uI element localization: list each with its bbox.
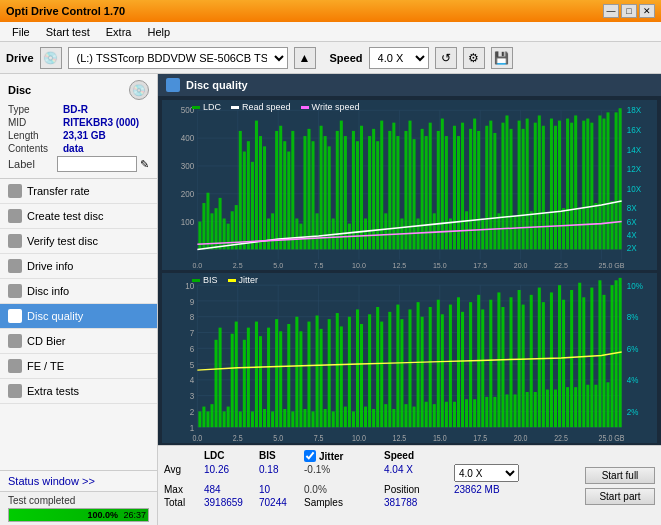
sidebar-item-verify-test-disc[interactable]: Verify test disc: [0, 229, 157, 254]
svg-rect-93: [441, 119, 444, 250]
svg-rect-43: [239, 131, 242, 249]
svg-rect-57: [295, 218, 298, 249]
svg-rect-205: [271, 411, 274, 427]
menu-start-test[interactable]: Start test: [38, 25, 98, 39]
svg-rect-247: [441, 314, 444, 427]
sidebar-item-create-test-disc[interactable]: Create test disc: [0, 204, 157, 229]
svg-rect-49: [263, 146, 266, 249]
eject-button[interactable]: ▲: [294, 47, 316, 69]
col-empty: [164, 450, 204, 462]
svg-text:2X: 2X: [627, 244, 637, 253]
svg-rect-213: [303, 409, 306, 427]
svg-rect-251: [457, 297, 460, 427]
sidebar-item-fe-te[interactable]: FE / TE: [0, 354, 157, 379]
svg-rect-130: [590, 123, 593, 250]
svg-rect-134: [606, 112, 609, 249]
close-button[interactable]: ✕: [639, 4, 655, 18]
svg-rect-206: [275, 319, 278, 427]
svg-rect-77: [376, 141, 379, 249]
disc-label-row: Label ✎: [8, 156, 149, 172]
sidebar-item-drive-info[interactable]: Drive info: [0, 254, 157, 279]
svg-rect-112: [518, 121, 521, 250]
svg-rect-215: [312, 411, 315, 427]
svg-text:14X: 14X: [627, 145, 642, 154]
svg-rect-201: [255, 322, 258, 428]
jitter-checkbox[interactable]: [304, 450, 316, 462]
avg-label: Avg: [164, 464, 204, 482]
svg-rect-202: [259, 336, 262, 427]
menu-bar: File Start test Extra Help: [0, 22, 661, 42]
svg-rect-287: [602, 295, 605, 427]
svg-rect-88: [421, 129, 424, 250]
svg-rect-84: [404, 131, 407, 249]
svg-rect-39: [223, 218, 226, 249]
svg-rect-204: [267, 328, 270, 428]
drive-bar: Drive 💿 (L:) TSSTcorp BDDVDW SE-506CB TS…: [0, 42, 661, 74]
svg-rect-242: [421, 317, 424, 428]
start-full-button[interactable]: Start full: [585, 467, 655, 484]
speed-select[interactable]: 4.0 X: [369, 47, 429, 69]
label-edit-icon[interactable]: ✎: [140, 158, 149, 171]
save-button[interactable]: 💾: [491, 47, 513, 69]
svg-rect-191: [215, 340, 218, 427]
disc-label-input[interactable]: [57, 156, 137, 172]
drive-icon-btn[interactable]: 💿: [40, 47, 62, 69]
svg-rect-189: [206, 411, 209, 427]
svg-text:0.0: 0.0: [192, 262, 202, 270]
menu-extra[interactable]: Extra: [98, 25, 140, 39]
svg-rect-94: [445, 136, 448, 249]
sidebar-item-extra-tests[interactable]: Extra tests: [0, 379, 157, 404]
disc-panel-header: Disc 💿: [8, 80, 149, 100]
svg-rect-223: [344, 407, 347, 428]
minimize-button[interactable]: —: [603, 4, 619, 18]
disc-mid-row: MID RITEKBR3 (000): [8, 117, 149, 128]
svg-text:22.5: 22.5: [554, 262, 568, 270]
disc-mid-label: MID: [8, 117, 63, 128]
svg-rect-61: [312, 141, 315, 249]
svg-rect-209: [287, 324, 290, 427]
svg-rect-59: [303, 136, 306, 249]
col-ldc-header: LDC: [204, 450, 259, 462]
menu-file[interactable]: File: [4, 25, 38, 39]
svg-rect-245: [433, 404, 436, 427]
extra-tests-icon: [8, 384, 22, 398]
sidebar-item-cd-bier[interactable]: CD Bier: [0, 329, 157, 354]
disc-type-value: BD-R: [63, 104, 88, 115]
svg-rect-103: [481, 218, 484, 249]
sidebar-item-label: Transfer rate: [27, 185, 90, 197]
avg-speed-select[interactable]: 4.0 X: [454, 464, 519, 482]
svg-rect-269: [530, 295, 533, 427]
svg-rect-62: [316, 213, 319, 249]
disc-label-label: Label: [8, 158, 54, 170]
disc-mid-value: RITEKBR3 (000): [63, 117, 139, 128]
progress-area: Test completed 100.0% 26:37: [0, 491, 157, 525]
svg-rect-285: [594, 385, 597, 428]
sidebar-item-transfer-rate[interactable]: Transfer rate: [0, 179, 157, 204]
samples-label: Samples: [304, 497, 384, 508]
pos-label: Position: [384, 484, 454, 495]
maximize-button[interactable]: □: [621, 4, 637, 18]
settings-button[interactable]: ⚙: [463, 47, 485, 69]
drive-select[interactable]: (L:) TSSTcorp BDDVDW SE-506CB TS02: [68, 47, 288, 69]
svg-rect-118: [542, 126, 545, 250]
svg-rect-200: [251, 411, 254, 427]
total-label: Total: [164, 497, 204, 508]
disc-quality-header: Disc quality: [158, 74, 661, 96]
menu-help[interactable]: Help: [139, 25, 178, 39]
sidebar-item-disc-info[interactable]: Disc info: [0, 279, 157, 304]
svg-rect-255: [473, 399, 476, 427]
jitter-header-label: Jitter: [319, 451, 343, 462]
svg-rect-82: [396, 136, 399, 249]
svg-rect-120: [550, 119, 553, 250]
disc-length-row: Length 23,31 GB: [8, 130, 149, 141]
status-window-button[interactable]: Status window >>: [0, 470, 157, 491]
refresh-button[interactable]: ↺: [435, 47, 457, 69]
svg-text:17.5: 17.5: [473, 433, 487, 443]
svg-rect-233: [384, 404, 387, 427]
start-part-button[interactable]: Start part: [585, 488, 655, 505]
svg-rect-38: [219, 198, 222, 250]
sidebar-item-disc-quality[interactable]: Disc quality: [0, 304, 157, 329]
svg-rect-68: [340, 121, 343, 250]
svg-rect-113: [522, 129, 525, 250]
svg-text:7.5: 7.5: [314, 433, 324, 443]
